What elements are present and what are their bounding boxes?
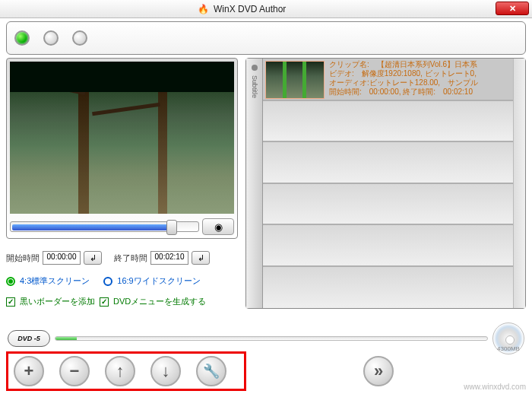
return-icon: ↲ [198, 253, 204, 263]
dvd-capacity-row: DVD -5 4300MB [8, 323, 524, 354]
titlebar: 🔥 WinX DVD Author ✕ [0, 0, 532, 18]
clip-list: クリップ名: 【超清日本系列Vol.6】日本系 ビデオ: 解像度1920:108… [263, 59, 513, 308]
remove-button[interactable]: − [59, 356, 90, 386]
move-down-button[interactable]: ↓ [150, 356, 181, 386]
dvd-menu-checkbox[interactable] [100, 297, 109, 307]
arrow-up-icon: ↑ [116, 361, 125, 381]
camera-icon: ◉ [214, 221, 223, 233]
app-window: 🔥 WinX DVD Author ✕ [0, 0, 532, 394]
next-button[interactable]: » [363, 356, 394, 386]
end-time-input[interactable]: 00:02:10 [150, 251, 188, 265]
subtitle-tab[interactable]: Subtitle [246, 59, 263, 308]
time-row: 開始時間 00:00:00 ↲ 終了時間 00:02:10 ↲ [6, 251, 238, 265]
dvd-type-selector[interactable]: DVD -5 [8, 330, 50, 347]
step-indicator [6, 21, 526, 55]
clip-list-item[interactable]: クリップ名: 【超清日本系列Vol.6】日本系 ビデオ: 解像度1920:108… [263, 59, 513, 101]
capacity-label: 4300MB [497, 345, 520, 352]
seek-bar[interactable] [10, 221, 199, 232]
bottom-toolbar: + − ↑ ↓ 🔧 » [6, 351, 526, 391]
end-time-label: 終了時間 [114, 253, 147, 264]
end-time-apply[interactable]: ↲ [192, 251, 210, 265]
window-title: WinX DVD Author [214, 4, 286, 14]
footer-url: www.winxdvd.com [464, 383, 526, 391]
snapshot-button[interactable]: ◉ [202, 218, 234, 235]
return-icon: ↲ [90, 253, 97, 263]
start-time-label: 開始時間 [6, 253, 40, 264]
dvd-menu-label: DVDメニューを生成する [113, 296, 206, 307]
step-led-1-active[interactable] [14, 30, 30, 46]
clip-list-pane: Subtitle クリップ名: 【超清日本系列Vol.6】日本系 ビデオ: 解像… [245, 58, 526, 309]
capacity-track [55, 336, 488, 341]
aspect-169-radio[interactable] [103, 277, 112, 286]
seek-knob[interactable] [166, 220, 177, 235]
clip-list-empty-row [263, 142, 513, 183]
wrench-icon: 🔧 [203, 363, 220, 380]
clip-list-empty-row [263, 267, 513, 308]
black-border-checkbox[interactable] [6, 297, 15, 307]
settings-button[interactable]: 🔧 [196, 356, 226, 386]
capacity-fill [55, 337, 77, 340]
clip-thumbnail [265, 61, 325, 99]
chevron-right-icon: » [374, 361, 383, 381]
disc-icon: 4300MB [492, 323, 524, 354]
dot-icon [252, 65, 258, 71]
aspect-43-label: 4:3標準スクリーン [20, 275, 90, 287]
close-button[interactable]: ✕ [496, 2, 529, 15]
step-led-2[interactable] [43, 30, 59, 46]
step-led-3[interactable] [72, 30, 87, 46]
start-time-apply[interactable]: ↲ [84, 251, 102, 265]
aspect-169-label: 16:9ワイドスクリーン [117, 275, 200, 287]
preview-box: ◉ [6, 58, 238, 239]
arrow-down-icon: ↓ [162, 361, 170, 381]
black-border-label: 黒いボーダーを添加 [20, 296, 95, 307]
preview-pane: ◉ 開始時間 00:00:00 ↲ 終了時間 00:02:10 ↲ 4:3標準ス… [6, 58, 238, 309]
aspect-43-radio[interactable] [6, 277, 15, 286]
plus-icon: + [24, 361, 34, 381]
subtitle-label: Subtitle [251, 75, 258, 98]
options-row: 黒いボーダーを添加 DVDメニューを生成する [6, 296, 238, 307]
clip-list-empty-row [263, 184, 513, 225]
aspect-ratio-row: 4:3標準スクリーン 16:9ワイドスクリーン [6, 275, 238, 287]
clip-list-empty-row [263, 101, 513, 142]
clip-list-empty-row [263, 225, 513, 266]
video-preview-content [10, 62, 234, 214]
move-up-button[interactable]: ↑ [105, 356, 135, 386]
video-preview[interactable] [10, 62, 234, 214]
clip-info: クリップ名: 【超清日本系列Vol.6】日本系 ビデオ: 解像度1920:108… [327, 59, 513, 100]
add-button[interactable]: + [14, 356, 44, 386]
minus-icon: − [70, 361, 80, 381]
start-time-input[interactable]: 00:00:00 [43, 251, 81, 265]
app-icon-flame: 🔥 [198, 4, 209, 14]
scrollbar[interactable] [513, 59, 525, 308]
